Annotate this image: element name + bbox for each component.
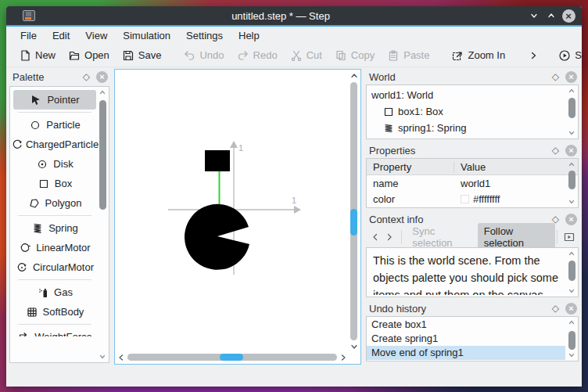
new-button[interactable]: New xyxy=(13,47,62,64)
undo-scrollbar xyxy=(566,318,577,360)
palette-item-box[interactable]: Box xyxy=(12,174,98,193)
linear-motor-icon xyxy=(19,242,31,254)
close-button[interactable]: × xyxy=(560,9,577,23)
column-value[interactable]: Value xyxy=(454,161,492,173)
redo-icon xyxy=(237,49,249,62)
palette-item-particle[interactable]: Particle xyxy=(12,115,98,135)
undo-scroll-thumb[interactable] xyxy=(568,331,575,350)
property-row-name[interactable]: name world1 xyxy=(367,175,578,191)
menu-view[interactable]: View xyxy=(77,28,115,43)
scroll-up-icon[interactable] xyxy=(567,318,576,327)
float-panel-icon[interactable]: ◇ xyxy=(552,303,559,314)
scroll-right-icon[interactable] xyxy=(339,353,348,362)
palette-separator xyxy=(18,324,91,325)
zoom-in-button[interactable]: Zoom In xyxy=(445,47,511,64)
world-scroll-thumb[interactable] xyxy=(568,98,575,118)
canvas-hscroll-thumb[interactable] xyxy=(220,354,243,361)
palette-item-polygon[interactable]: Polygon xyxy=(12,193,98,213)
close-panel-icon[interactable]: × xyxy=(565,71,577,83)
run-tutorial-button[interactable] xyxy=(563,230,575,244)
world-canvas[interactable]: 1 1 xyxy=(114,69,361,365)
tree-item-box1[interactable]: box1: Box xyxy=(371,103,565,120)
toolbar-extension-button[interactable] xyxy=(522,49,544,63)
undo-button[interactable]: Undo xyxy=(177,47,230,64)
copy-button[interactable]: Copy xyxy=(328,47,381,64)
scroll-down-icon[interactable] xyxy=(567,128,576,138)
forward-button[interactable] xyxy=(383,230,396,244)
scroll-up-icon[interactable] xyxy=(567,249,576,258)
properties-header: Properties ◇ × xyxy=(364,142,580,158)
tree-item-spring1[interactable]: spring1: Spring xyxy=(371,120,565,136)
palette-item-disk[interactable]: Disk xyxy=(12,154,98,174)
palette-scroll-thumb[interactable] xyxy=(99,100,106,210)
paste-button[interactable]: Paste xyxy=(381,47,436,64)
menu-simulation[interactable]: Simulation xyxy=(115,28,178,43)
polygon-icon xyxy=(28,197,41,210)
menu-file[interactable]: File xyxy=(13,28,45,43)
palette-item-softbody[interactable]: SoftBody xyxy=(12,302,98,322)
undo-item-create-spring1[interactable]: Create spring1 xyxy=(367,332,565,346)
scroll-down-icon[interactable] xyxy=(567,351,576,360)
scroll-up-icon[interactable] xyxy=(567,86,576,95)
canvas-vertical-scrollbar xyxy=(348,71,360,351)
cut-button[interactable]: Cut xyxy=(284,47,328,64)
particle-icon xyxy=(29,119,41,131)
box1-object[interactable] xyxy=(205,150,230,171)
scroll-up-icon[interactable] xyxy=(350,71,359,81)
canvas-horizontal-scrollbar xyxy=(117,351,348,363)
back-button[interactable] xyxy=(369,230,382,244)
save-button[interactable]: Save xyxy=(116,47,168,64)
column-property[interactable]: Property xyxy=(367,161,454,173)
gas-spraycan-icon xyxy=(37,286,49,299)
color-swatch xyxy=(461,195,469,203)
property-row-time[interactable]: time 0.0 s xyxy=(367,207,578,208)
palette-item-spring[interactable]: Spring xyxy=(12,218,98,238)
palette-item-chargedparticle[interactable]: ChargedParticle xyxy=(12,135,98,154)
close-panel-icon[interactable]: × xyxy=(96,71,108,83)
scroll-down-icon[interactable] xyxy=(567,286,576,296)
world-tree: world1: World box1: Box spring1: Spring xyxy=(366,85,579,139)
step-app-icon xyxy=(22,9,36,22)
open-button[interactable]: Open xyxy=(62,47,116,64)
new-document-icon xyxy=(19,49,31,62)
redo-button[interactable]: Redo xyxy=(231,47,284,64)
scroll-down-icon[interactable] xyxy=(350,342,359,351)
disk-object[interactable] xyxy=(185,204,249,270)
menu-edit[interactable]: Edit xyxy=(45,28,77,43)
properties-scroll-thumb[interactable] xyxy=(568,171,575,189)
scroll-down-icon[interactable] xyxy=(567,197,576,207)
float-panel-icon[interactable]: ◇ xyxy=(552,145,559,156)
minimize-button[interactable] xyxy=(525,9,543,23)
close-panel-icon[interactable]: × xyxy=(565,214,577,225)
palette-item-gas[interactable]: Gas xyxy=(12,282,98,302)
close-panel-icon[interactable]: × xyxy=(565,145,577,156)
context-info-panel: Context info ◇ × Sync selection Follow s… xyxy=(364,211,580,297)
undo-icon xyxy=(183,49,195,62)
undo-item-create-box1[interactable]: Create box1 xyxy=(367,318,565,332)
world-title: World xyxy=(369,71,552,83)
canvas-vscroll-thumb[interactable] xyxy=(350,209,357,236)
palette-item-weightforce[interactable]: WeightForce xyxy=(12,327,98,336)
maximize-button[interactable] xyxy=(543,9,560,23)
scroll-left-icon[interactable] xyxy=(117,353,126,362)
menu-help[interactable]: Help xyxy=(231,28,267,43)
float-panel-icon[interactable]: ◇ xyxy=(552,71,559,82)
property-row-color[interactable]: color #ffffffff xyxy=(367,191,578,207)
undo-list: Create box1 Create spring1 Move end of s… xyxy=(366,316,579,361)
float-panel-icon[interactable]: ◇ xyxy=(83,71,90,82)
palette-item-linearmotor[interactable]: LinearMotor xyxy=(12,238,98,257)
sync-selection-button[interactable]: Sync selection xyxy=(407,225,475,249)
spring-icon xyxy=(31,222,44,235)
simulate-play-icon xyxy=(558,49,571,62)
tree-item-world1[interactable]: world1: World xyxy=(371,87,565,103)
undo-item-move-end-of-spring1[interactable]: Move end of spring1 xyxy=(367,346,565,360)
scroll-down-icon[interactable] xyxy=(98,352,107,361)
scroll-up-icon[interactable] xyxy=(567,160,576,169)
menu-settings[interactable]: Settings xyxy=(178,28,231,43)
palette-item-pointer[interactable]: Pointer xyxy=(13,90,96,110)
simulate-button[interactable]: Simulate xyxy=(552,47,582,64)
context-scroll-thumb[interactable] xyxy=(568,261,575,281)
palette-item-circularmotor[interactable]: CircularMotor xyxy=(12,257,98,277)
close-panel-icon[interactable]: × xyxy=(565,303,577,315)
scroll-up-icon[interactable] xyxy=(98,88,107,97)
